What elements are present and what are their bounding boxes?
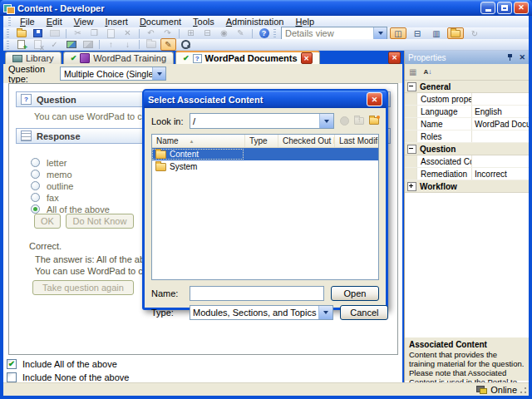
column-checked-out-by[interactable]: Checked Out By xyxy=(278,135,335,147)
back-icon[interactable] xyxy=(340,116,349,126)
maximize-button[interactable] xyxy=(497,2,512,14)
radio-icon[interactable] xyxy=(31,158,40,167)
help-icon[interactable]: ? xyxy=(257,28,271,39)
take-question-again-button[interactable]: Take question again xyxy=(32,280,134,295)
tab-wordpad-training[interactable]: ✔ WordPad Training xyxy=(63,52,174,64)
paste-icon[interactable] xyxy=(104,28,118,39)
tabstrip-close-button[interactable]: ✕ xyxy=(388,52,401,64)
checkbox-checked-icon[interactable]: ✔ xyxy=(7,359,17,369)
attach-icon[interactable]: ✓ xyxy=(47,39,62,50)
redo-icon[interactable]: ↷ xyxy=(160,28,175,39)
properties-close-button[interactable]: ✕ xyxy=(519,53,525,62)
property-row[interactable]: Associated Content xyxy=(405,155,529,168)
column-name[interactable]: Name ▴ xyxy=(152,135,245,147)
save-icon[interactable] xyxy=(31,28,45,39)
include-all-checkbox-row[interactable]: ✔ Include All of the above xyxy=(7,358,117,369)
tab-library[interactable]: Library xyxy=(5,52,62,64)
collapse-icon[interactable] xyxy=(407,145,416,154)
sort-az-icon[interactable]: A↓ xyxy=(423,68,431,76)
refresh-icon[interactable]: ↻ xyxy=(466,27,483,39)
chevron-down-icon[interactable] xyxy=(152,67,165,80)
column-last-modified-date[interactable]: Last Modified Date xyxy=(335,135,378,147)
category-general[interactable]: General xyxy=(405,81,529,93)
property-row[interactable]: Roles xyxy=(405,131,529,143)
list-item-system[interactable]: System xyxy=(152,160,378,173)
delete-icon[interactable]: ✕ xyxy=(121,28,135,39)
radio-icon[interactable] xyxy=(31,193,40,202)
menu-help[interactable]: Help xyxy=(290,17,319,27)
option-fax[interactable]: fax xyxy=(31,192,59,203)
radio-icon[interactable] xyxy=(31,181,40,190)
menu-insert[interactable]: Insert xyxy=(100,17,133,27)
category-workflow[interactable]: Workflow xyxy=(405,180,529,193)
edit-pencil-icon[interactable]: ✎ xyxy=(160,38,176,51)
chevron-down-icon[interactable] xyxy=(318,306,332,319)
category-question[interactable]: Question xyxy=(405,143,529,155)
dialog-close-button[interactable]: ✕ xyxy=(367,92,382,106)
column-type[interactable]: Type xyxy=(245,135,278,147)
pin-icon[interactable] xyxy=(507,53,514,62)
ok-button[interactable]: OK xyxy=(34,214,61,229)
collapse-icon[interactable] xyxy=(407,82,416,91)
print-icon[interactable] xyxy=(47,28,62,39)
menu-edit[interactable]: Edit xyxy=(42,17,67,27)
new-folder-icon[interactable] xyxy=(369,117,379,125)
spellcheck-icon[interactable]: ✎ xyxy=(234,28,248,39)
menu-file[interactable]: File xyxy=(15,17,40,27)
title-bar[interactable]: Content - Developer ✕ xyxy=(0,0,532,16)
find-icon[interactable]: ◉ xyxy=(217,28,231,39)
tab-wordpad-documents[interactable]: ✔ ? WordPad Documents ✕ xyxy=(175,51,320,64)
undo-icon[interactable]: ↶ xyxy=(144,28,158,39)
folder-icon[interactable] xyxy=(144,39,158,50)
option-memo[interactable]: memo xyxy=(31,169,72,180)
expand-icon[interactable] xyxy=(407,182,416,191)
include-none-checkbox-row[interactable]: Include None of the above xyxy=(7,372,129,382)
close-button[interactable]: ✕ xyxy=(514,2,529,14)
menu-document[interactable]: Document xyxy=(135,17,186,27)
open-button[interactable]: Open xyxy=(331,286,379,301)
split-vertical-toggle[interactable]: ▥ xyxy=(428,27,445,39)
checkbox-unchecked-icon[interactable] xyxy=(7,372,17,382)
image-disabled-icon[interactable] xyxy=(81,39,95,50)
chevron-down-icon[interactable] xyxy=(319,114,333,128)
property-row[interactable]: Remediation Incorrect xyxy=(405,168,529,180)
radio-selected-icon[interactable] xyxy=(31,204,40,214)
folders-toggle[interactable] xyxy=(447,27,464,39)
open-icon[interactable] xyxy=(14,28,28,39)
minimize-button[interactable] xyxy=(480,2,495,14)
menu-administration[interactable]: Administration xyxy=(221,17,289,27)
menu-view[interactable]: View xyxy=(69,17,99,27)
move-down-icon[interactable]: ↓ xyxy=(121,39,135,50)
option-letter[interactable]: letter xyxy=(31,157,66,168)
dialog-title-bar[interactable]: Select Associated Content ✕ xyxy=(144,91,387,108)
details-view-combo[interactable]: Details view xyxy=(281,27,387,40)
image-icon[interactable] xyxy=(64,39,78,50)
zoom-in-icon[interactable]: ⊞ xyxy=(184,28,198,39)
delete-content-icon[interactable]: x xyxy=(31,39,45,50)
menu-tools[interactable]: Tools xyxy=(188,17,219,27)
copy-icon[interactable]: ❐ xyxy=(87,28,101,39)
property-row[interactable]: Custom properties xyxy=(405,93,529,106)
move-up-icon[interactable]: ↑ xyxy=(104,39,118,50)
look-in-combo[interactable]: / xyxy=(190,113,334,129)
question-type-combo[interactable]: Multiple Choice (Single Answer) xyxy=(60,66,166,81)
option-outline[interactable]: outline xyxy=(31,180,73,191)
up-folder-icon[interactable]: ↑ xyxy=(354,117,364,125)
resize-grip[interactable] xyxy=(520,387,527,394)
cut-icon[interactable]: ✂ xyxy=(71,28,85,39)
name-input[interactable] xyxy=(190,286,324,301)
preview-icon[interactable] xyxy=(179,39,193,50)
split-horizontal-toggle[interactable]: ⊟ xyxy=(409,27,426,39)
do-not-know-button[interactable]: Do Not Know xyxy=(66,214,134,229)
list-item-content[interactable]: Content xyxy=(152,148,378,160)
zoom-out-icon[interactable]: ⊟ xyxy=(200,28,214,39)
categorized-icon[interactable]: ▦ xyxy=(409,67,416,76)
tab-close-button[interactable]: ✕ xyxy=(301,52,313,64)
radio-icon[interactable] xyxy=(31,170,40,179)
chevron-down-icon[interactable] xyxy=(373,27,387,39)
property-row[interactable]: Language English xyxy=(405,106,529,118)
cancel-button[interactable]: Cancel xyxy=(340,305,388,320)
property-row[interactable]: Name WordPad Documents xyxy=(405,118,529,131)
details-pane-toggle[interactable]: ◫ xyxy=(390,27,406,39)
type-combo[interactable]: Modules, Sections, and Topics xyxy=(190,305,333,320)
